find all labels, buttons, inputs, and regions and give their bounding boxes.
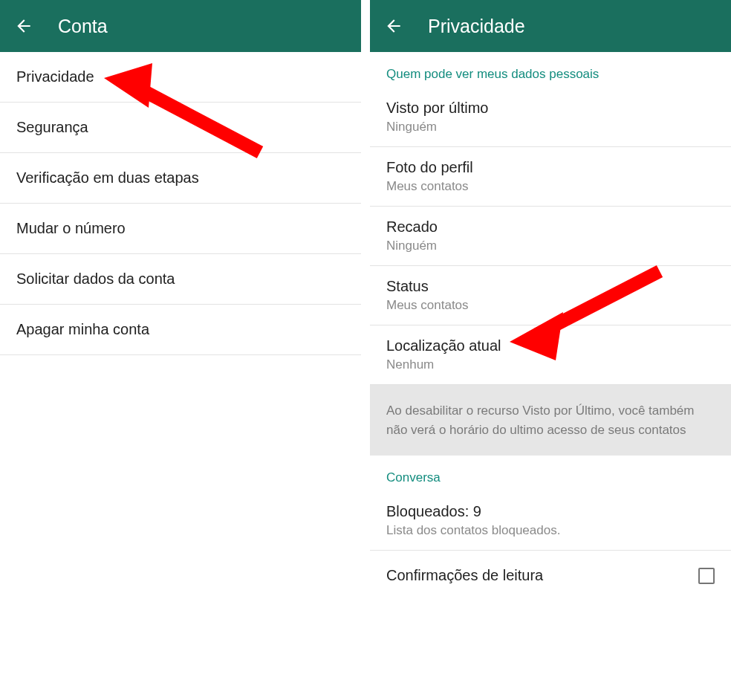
menu-item-label: Solicitar dados da conta [16, 270, 175, 287]
screen-conta: Conta Privacidade Segurança Verificação … [0, 0, 361, 700]
menu-item-solicitar-dados[interactable]: Solicitar dados da conta [0, 254, 361, 305]
menu-item-label: Verificação em duas etapas [16, 169, 199, 186]
privacy-item-foto-perfil[interactable]: Foto do perfil Meus contatos [370, 147, 731, 207]
info-box: Ao desabilitar o recurso Visto por Últim… [370, 385, 731, 456]
app-header: Privacidade [370, 0, 731, 52]
privacy-item-label: Bloqueados: 9 [386, 503, 715, 520]
menu-item-mudar-numero[interactable]: Mudar o número [0, 204, 361, 254]
privacy-item-bloqueados[interactable]: Bloqueados: 9 Lista dos contatos bloquea… [370, 491, 731, 551]
app-header: Conta [0, 0, 361, 52]
menu-item-verificacao[interactable]: Verificação em duas etapas [0, 153, 361, 204]
privacy-item-value: Ninguém [386, 120, 715, 135]
menu-item-label: Privacidade [16, 68, 94, 85]
back-arrow-icon[interactable] [383, 16, 404, 36]
page-title: Conta [58, 16, 108, 37]
menu-item-privacidade[interactable]: Privacidade [0, 52, 361, 103]
menu-item-label: Mudar o número [16, 220, 126, 236]
privacy-item-label: Foto do perfil [386, 159, 715, 176]
privacy-item-label: Visto por último [386, 100, 715, 117]
privacy-item-localizacao[interactable]: Localização atual Nenhum [370, 325, 731, 385]
privacy-item-label: Recado [386, 218, 715, 236]
privacy-item-value: Meus contatos [386, 179, 715, 194]
menu-item-seguranca[interactable]: Segurança [0, 103, 361, 153]
privacy-item-value: Ninguém [386, 239, 715, 253]
section-header-conversa: Conversa [370, 456, 731, 491]
privacy-item-visto-por-ultimo[interactable]: Visto por último Ninguém [370, 88, 731, 147]
privacy-item-label: Localização atual [386, 337, 715, 354]
privacy-item-value: Meus contatos [386, 298, 715, 313]
back-arrow-icon[interactable] [13, 16, 34, 36]
screen-privacidade: Privacidade Quem pode ver meus dados pes… [370, 0, 731, 700]
privacy-item-label: Status [386, 278, 715, 295]
page-title: Privacidade [428, 16, 525, 37]
privacy-item-status[interactable]: Status Meus contatos [370, 266, 731, 325]
menu-item-label: Segurança [16, 119, 88, 135]
menu-item-label: Apagar minha conta [16, 321, 149, 337]
privacy-item-confirmacoes-leitura[interactable]: Confirmações de leitura [370, 551, 731, 590]
privacy-item-value: Lista dos contatos bloqueados. [386, 523, 715, 538]
section-header-dados: Quem pode ver meus dados pessoais [370, 52, 731, 88]
privacy-item-recado[interactable]: Recado Ninguém [370, 207, 731, 266]
menu-item-apagar-conta[interactable]: Apagar minha conta [0, 305, 361, 355]
privacy-item-value: Nenhum [386, 357, 715, 372]
checkbox-icon[interactable] [698, 568, 715, 584]
privacy-item-label: Confirmações de leitura [386, 567, 543, 584]
